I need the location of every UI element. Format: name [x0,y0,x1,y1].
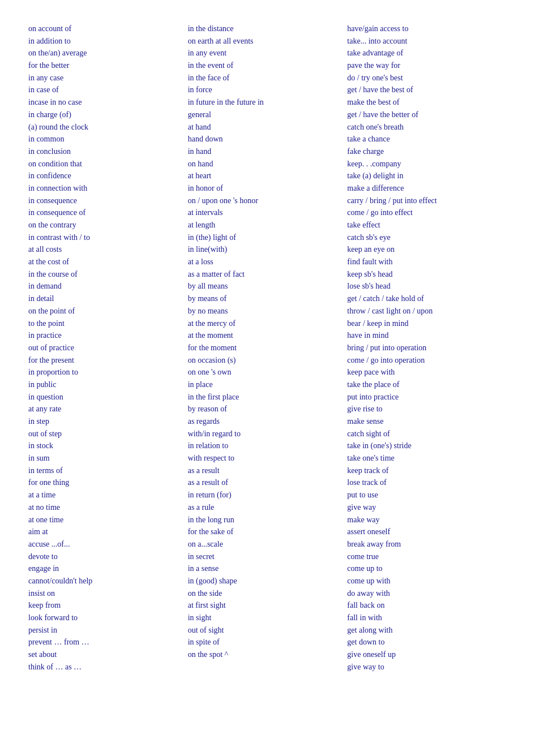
phrase-item: hand down [188,133,342,145]
phrase-item: on the contrary [28,219,182,231]
phrase-item: in question [28,391,182,403]
phrase-item: in hand [188,145,342,158]
phrase-item: incase in no case [28,96,182,109]
phrase-item: get along with [347,624,501,637]
phrase-item: on account of [28,23,182,35]
phrase-item: in contrast with / to [28,231,182,244]
phrase-item: keep track of [347,465,501,477]
phrase-item: on hand [188,158,342,170]
phrase-item: on the spot ^ [188,648,342,661]
phrase-item: with/in regard to [188,428,342,440]
phrase-item: look forward to [28,612,182,624]
phrase-item: get / have the best of [347,84,501,96]
phrase-item: at length [188,219,342,231]
column-2: in the distanceon earth at all eventsin … [188,23,348,673]
phrase-item: give way [347,501,501,514]
main-content: on account ofin addition toon the/an) av… [28,23,507,673]
phrase-item: catch sb's eye [347,231,501,244]
phrase-item: in case of [28,84,182,96]
phrase-item: lose sb's head [347,280,501,293]
phrase-item: devote to [28,551,182,563]
phrase-item: out of sight [188,624,342,637]
phrase-item: cannot/couldn't help [28,575,182,587]
phrase-item: in (good) shape [188,575,342,587]
phrase-item: for one thing [28,476,182,489]
phrase-item: in the distance [188,23,342,35]
phrase-item: in public [28,379,182,391]
phrase-item: at the cost of [28,256,182,268]
phrase-item: as a result of [188,476,342,489]
phrase-item: in the long run [188,514,342,526]
phrase-item: in line(with) [188,243,342,256]
phrase-item: fall in with [347,612,501,624]
phrase-item: make a difference [347,182,501,195]
phrase-item: accuse ...of... [28,538,182,551]
phrase-item: on a...scale [188,538,342,551]
phrase-item: catch one's breath [347,121,501,134]
phrase-item: take (a) delight in [347,170,501,182]
phrase-item: (a) round the clock [28,121,182,134]
phrase-item: give way to [347,661,501,673]
phrase-item: at the mercy of [188,317,342,330]
phrase-item: as a result [188,465,342,477]
phrase-item: get / catch / take hold of [347,293,501,305]
phrase-item: at intervals [188,207,342,219]
phrase-item: take advantage of [347,47,501,59]
phrase-item: in terms of [28,465,182,477]
phrase-item: keep. . .company [347,158,501,170]
phrase-item: at first sight [188,599,342,612]
phrase-item: insist on [28,587,182,600]
phrase-item: bring / put into operation [347,342,501,354]
phrase-item: on the/an) average [28,47,182,59]
phrase-item: in force [188,84,342,96]
phrase-item: general [188,109,342,121]
phrase-item: take... into account [347,35,501,48]
phrase-item: out of practice [28,342,182,354]
phrase-item: for the present [28,354,182,367]
phrase-item: out of step [28,428,182,440]
phrase-item: in return (for) [188,489,342,501]
phrase-item: come true [347,551,501,563]
phrase-item: at one time [28,514,182,526]
phrase-item: in connection with [28,182,182,195]
phrase-item: fake charge [347,145,501,158]
phrase-item: come up with [347,575,501,587]
phrase-item: do away with [347,587,501,600]
phrase-item: by reason of [188,403,342,415]
phrase-item: at a loss [188,256,342,268]
phrase-item: carry / bring / put into effect [347,195,501,207]
phrase-item: engage in [28,562,182,575]
phrase-item: take the place of [347,379,501,391]
phrase-item: make way [347,514,501,526]
phrase-item: at a time [28,489,182,501]
phrase-item: in practice [28,329,182,342]
phrase-item: come up to [347,562,501,575]
phrase-item: in place [188,379,342,391]
phrase-item: in step [28,415,182,428]
phrase-item: by no means [188,305,342,317]
phrase-item: fall back on [347,599,501,612]
phrase-item: for the better [28,59,182,72]
column-3: have/gain access totake... into accountt… [347,23,507,673]
phrase-item: catch sight of [347,428,501,440]
phrase-item: to the point [28,317,182,330]
phrase-item: keep sb's head [347,268,501,281]
phrase-item: in sight [188,612,342,624]
phrase-item: come / go into effect [347,207,501,219]
phrase-item: do / try one's best [347,72,501,84]
phrase-item: in future in the future in [188,96,342,109]
phrase-item: on the point of [28,305,182,317]
phrase-item: in the course of [28,268,182,281]
phrase-item: give oneself up [347,648,501,661]
column-1: on account ofin addition toon the/an) av… [28,23,188,673]
phrase-item: make the best of [347,96,501,109]
phrase-item: have in mind [347,329,501,342]
phrase-item: lose track of [347,476,501,489]
phrase-item: get / have the better of [347,109,501,121]
phrase-item: take in (one's) stride [347,440,501,452]
phrase-item: throw / cast light on / upon [347,305,501,317]
phrase-item: in sum [28,452,182,465]
phrase-item: prevent … from … [28,636,182,648]
phrase-item: in the first place [188,391,342,403]
phrase-item: in the event of [188,59,342,72]
